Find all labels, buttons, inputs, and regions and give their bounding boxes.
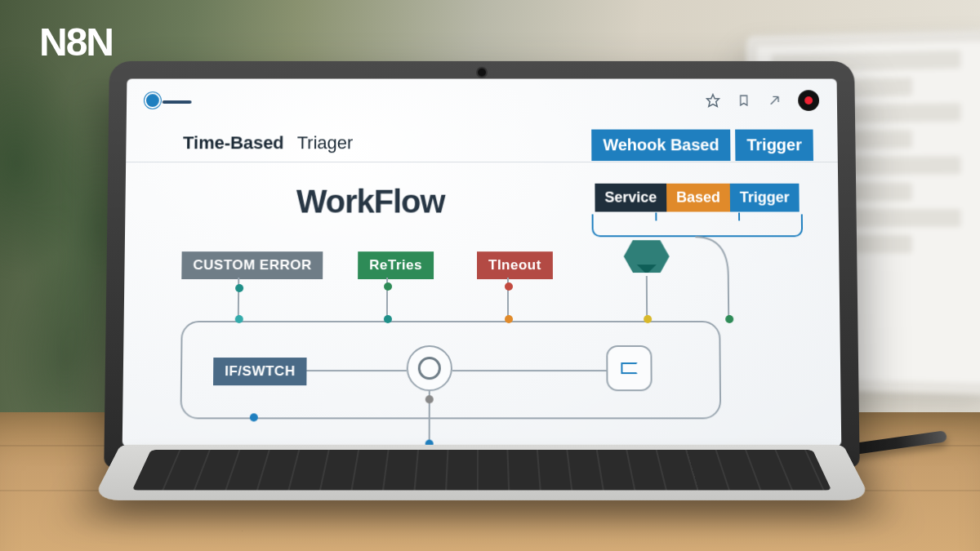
bracket-connector (591, 214, 803, 237)
tab-webhook-based[interactable]: Wehook Based Trigger (591, 128, 813, 162)
hex-node[interactable] (624, 240, 670, 273)
brand-logo: N8N (39, 20, 113, 64)
chip-retries[interactable]: ReTries (358, 251, 434, 279)
port-dot[interactable] (384, 282, 392, 291)
port-dot[interactable] (505, 315, 513, 323)
star-icon[interactable] (704, 91, 722, 109)
port-dot[interactable] (235, 315, 243, 323)
tab-active-sub: Trigger (735, 129, 813, 161)
record-button[interactable] (798, 90, 819, 111)
node-if-switch[interactable]: IF/SWTCH (213, 358, 307, 385)
chip-timeout[interactable]: TIneout (477, 251, 553, 279)
port-dot[interactable] (725, 315, 733, 323)
laptop-deck (92, 445, 872, 500)
service-based-trigger-group[interactable]: Service Based Trigger (595, 184, 799, 212)
node-flag[interactable] (606, 345, 652, 391)
flag-icon (621, 362, 637, 374)
port-dot[interactable] (235, 284, 243, 292)
keyboard (132, 450, 831, 490)
tab-time-based[interactable]: Time-Based Triager (183, 133, 353, 162)
share-icon[interactable] (765, 91, 783, 109)
port-dot[interactable] (425, 395, 434, 403)
workflow-canvas[interactable]: WorkFlow Service Based Trigger CUSTOM ER… (122, 162, 842, 447)
tab-label: Time-Based (183, 133, 284, 153)
webcam (478, 69, 486, 77)
trigger-tabs: Time-Based Triager Wehook Based Trigger (126, 122, 838, 162)
tab-sublabel: Triager (297, 133, 354, 153)
chip-custom-error[interactable]: CUSTOM ERROR (181, 251, 323, 279)
node-circle[interactable] (407, 345, 452, 391)
port-dot[interactable] (644, 315, 652, 323)
app-screen: Time-Based Triager Wehook Based Trigger … (122, 79, 842, 447)
bookmark-icon[interactable] (735, 91, 753, 109)
app-logo-icon[interactable] (145, 92, 161, 109)
svg-marker-0 (706, 95, 719, 107)
port-dot[interactable] (505, 282, 513, 291)
pill-based: Based (666, 184, 730, 212)
topbar (127, 79, 837, 122)
laptop: Time-Based Triager Wehook Based Trigger … (103, 61, 861, 542)
tab-active-main: Wehook Based (591, 129, 730, 161)
pill-service: Service (595, 184, 666, 212)
pill-trigger: Trigger (730, 184, 800, 212)
workflow-title: WorkFlow (296, 184, 445, 220)
port-dot[interactable] (384, 315, 392, 323)
port-dot[interactable] (250, 413, 258, 421)
